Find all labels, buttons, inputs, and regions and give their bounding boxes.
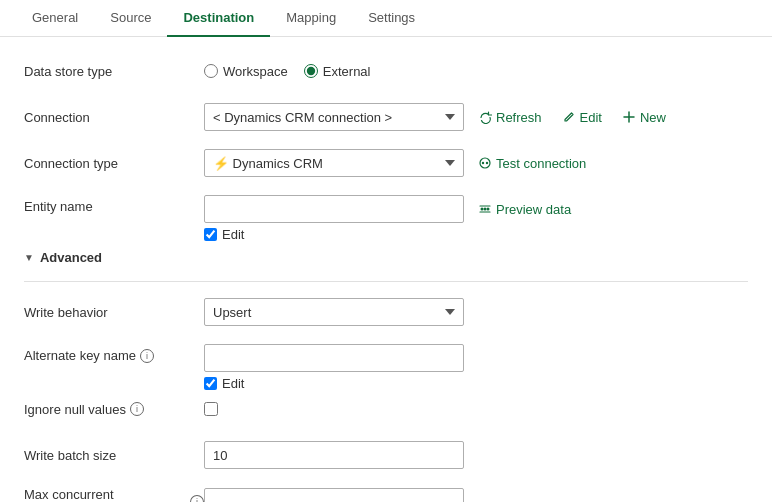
connection-select-wrap: < Dynamics CRM connection >: [204, 103, 464, 131]
connection-type-row: Connection type ⚡ Dynamics CRM Test conn…: [24, 149, 748, 177]
svg-point-7: [487, 208, 490, 211]
advanced-label: Advanced: [40, 250, 102, 265]
alternate-key-input[interactable]: [204, 344, 464, 372]
max-concurrent-row: Max concurrent connections i: [24, 487, 748, 502]
edit-connection-label: Edit: [580, 110, 602, 125]
tab-mapping[interactable]: Mapping: [270, 0, 352, 37]
preview-data-label: Preview data: [496, 202, 571, 217]
data-store-type-controls: Workspace External: [204, 64, 371, 79]
write-behavior-controls: Upsert Insert Update Delete: [204, 298, 464, 326]
write-batch-size-controls: [204, 441, 464, 469]
entity-edit-label: Edit: [222, 227, 244, 242]
connection-type-dropdown[interactable]: ⚡ Dynamics CRM: [204, 149, 464, 177]
ignore-null-label: Ignore null values i: [24, 402, 204, 417]
write-batch-size-row: Write batch size: [24, 441, 748, 469]
entity-name-label: Entity name: [24, 199, 204, 214]
refresh-button[interactable]: Refresh: [472, 106, 548, 129]
connection-dropdown[interactable]: < Dynamics CRM connection >: [204, 103, 464, 131]
connection-type-label: Connection type: [24, 156, 204, 171]
form-content: Data store type Workspace External Conne…: [0, 37, 772, 502]
max-concurrent-info-icon: i: [190, 495, 204, 502]
connection-type-controls: ⚡ Dynamics CRM Test connection: [204, 149, 592, 177]
radio-workspace-label: Workspace: [223, 64, 288, 79]
test-connection-button[interactable]: Test connection: [472, 152, 592, 175]
tab-destination[interactable]: Destination: [167, 0, 270, 37]
new-connection-label: New: [640, 110, 666, 125]
entity-name-input[interactable]: [204, 195, 464, 223]
test-connection-label: Test connection: [496, 156, 586, 171]
chevron-down-icon: ▼: [24, 252, 34, 263]
tab-settings[interactable]: Settings: [352, 0, 431, 37]
connection-row: Connection < Dynamics CRM connection > R…: [24, 103, 748, 131]
advanced-divider: [24, 281, 748, 282]
ignore-null-row: Ignore null values i: [24, 395, 748, 423]
alternate-key-controls: Edit: [204, 344, 464, 391]
ignore-null-controls: [204, 402, 218, 416]
svg-point-3: [482, 162, 484, 164]
svg-point-2: [480, 158, 490, 168]
alternate-key-label: Alternate key name i: [24, 348, 204, 363]
write-batch-size-input[interactable]: [204, 441, 464, 469]
svg-point-6: [484, 208, 487, 211]
refresh-label: Refresh: [496, 110, 542, 125]
plus-icon: [622, 110, 636, 124]
entity-edit-check-row[interactable]: Edit: [204, 227, 244, 242]
alternate-key-edit-row[interactable]: Edit: [204, 376, 244, 391]
preview-data-icon: [478, 202, 492, 216]
radio-workspace[interactable]: Workspace: [204, 64, 288, 79]
max-concurrent-label: Max concurrent connections i: [24, 487, 204, 502]
svg-point-4: [486, 162, 488, 164]
new-connection-button[interactable]: New: [616, 106, 672, 129]
max-concurrent-input[interactable]: [204, 488, 464, 502]
tab-source[interactable]: Source: [94, 0, 167, 37]
advanced-section-toggle[interactable]: ▼ Advanced: [24, 250, 748, 265]
tab-bar: General Source Destination Mapping Setti…: [0, 0, 772, 37]
radio-external-input[interactable]: [304, 64, 318, 78]
write-behavior-row: Write behavior Upsert Insert Update Dele…: [24, 298, 748, 326]
connection-label: Connection: [24, 110, 204, 125]
entity-name-controls: Preview data Edit: [204, 195, 577, 242]
entity-edit-checkbox[interactable]: [204, 228, 217, 241]
connection-controls: < Dynamics CRM connection > Refresh: [204, 103, 672, 131]
data-store-type-label: Data store type: [24, 64, 204, 79]
data-store-type-row: Data store type Workspace External: [24, 57, 748, 85]
entity-name-row: Entity name Preview data: [24, 195, 748, 242]
edit-icon: [562, 110, 576, 124]
write-behavior-label: Write behavior: [24, 305, 204, 320]
alternate-key-row: Alternate key name i Edit: [24, 344, 748, 391]
refresh-icon: [478, 110, 492, 124]
radio-external[interactable]: External: [304, 64, 371, 79]
tab-general[interactable]: General: [16, 0, 94, 37]
alternate-key-edit-checkbox[interactable]: [204, 377, 217, 390]
write-batch-size-label: Write batch size: [24, 448, 204, 463]
alternate-key-edit-label: Edit: [222, 376, 244, 391]
max-concurrent-controls: [204, 488, 464, 502]
edit-connection-button[interactable]: Edit: [556, 106, 608, 129]
ignore-null-checkbox[interactable]: [204, 402, 218, 416]
ignore-null-info-icon: i: [130, 402, 144, 416]
svg-point-5: [481, 208, 484, 211]
write-behavior-dropdown[interactable]: Upsert Insert Update Delete: [204, 298, 464, 326]
alternate-key-info-icon: i: [140, 349, 154, 363]
radio-external-label: External: [323, 64, 371, 79]
test-connection-icon: [478, 156, 492, 170]
radio-workspace-input[interactable]: [204, 64, 218, 78]
preview-data-button[interactable]: Preview data: [472, 198, 577, 221]
